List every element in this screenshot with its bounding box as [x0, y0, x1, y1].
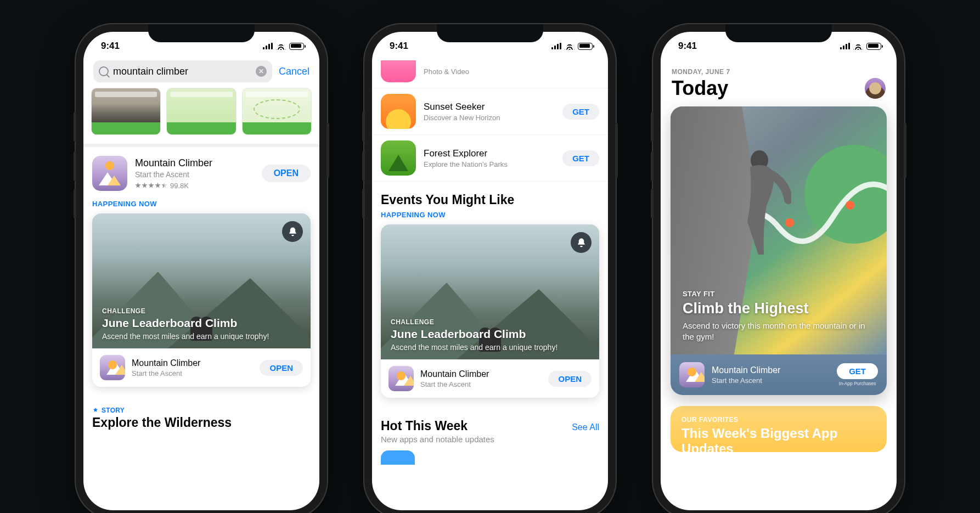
climber-illustration: [720, 145, 791, 266]
app-rating: 99.8K: [135, 182, 212, 190]
app-tagline: Explore the Nation's Parks: [424, 160, 508, 168]
app-name: Forest Explorer: [424, 148, 508, 159]
wifi-icon: [853, 43, 863, 50]
app-icon[interactable]: [381, 450, 415, 465]
notch: [148, 24, 255, 42]
status-time: 9:41: [678, 41, 697, 52]
notch: [725, 24, 832, 42]
app-icon: [381, 140, 416, 176]
card-title: Climb the Highest: [683, 300, 875, 317]
event-title: June Leaderboard Climb: [102, 317, 301, 330]
story-section[interactable]: STORY Explore the Wilderness: [83, 397, 319, 433]
app-icon: [100, 355, 125, 380]
bell-icon: [576, 238, 587, 248]
app-category: Photo & Video: [424, 67, 469, 76]
search-field[interactable]: ✕: [93, 60, 272, 82]
get-button[interactable]: GET: [562, 150, 599, 166]
event-desc: Ascend the most miles and earn a unique …: [391, 343, 589, 352]
card-eyebrow: OUR FAVORITES: [682, 416, 876, 424]
status-time: 9:41: [101, 41, 120, 52]
screenshot-carousel[interactable]: [83, 88, 319, 144]
app-icon: [388, 366, 414, 391]
app-row[interactable]: Sunset Seeker Discover a New Horizon GET: [372, 88, 608, 135]
favorites-card[interactable]: OUR FAVORITES This Week's Biggest App Up…: [671, 406, 887, 452]
app-row[interactable]: Photo & Video: [372, 60, 608, 88]
cellular-icon: [840, 43, 850, 49]
event-title: June Leaderboard Climb: [391, 328, 589, 341]
card-eyebrow: STAY FIT: [683, 290, 875, 298]
app-icon: [92, 156, 127, 191]
notify-button[interactable]: [282, 221, 303, 242]
app-icon: [381, 60, 416, 82]
bell-icon: [288, 227, 298, 237]
today-card[interactable]: HAPPENING NOW STAY FIT Climb the Highest…: [671, 106, 887, 395]
happening-now-label: HAPPENING NOW: [83, 200, 319, 213]
event-card[interactable]: CHALLENGE June Leaderboard Climb Ascend …: [381, 224, 599, 398]
search-icon: [99, 66, 109, 76]
section-title: Hot This Week: [381, 419, 494, 433]
app-name: Mountain Climber: [132, 358, 200, 368]
screenshot-thumb[interactable]: [166, 88, 236, 135]
phone-today: 9:41 MONDAY, JUNE 7 Today HAPPENING NOW: [653, 24, 904, 513]
notch: [437, 24, 543, 42]
page-title: Today: [672, 77, 728, 100]
clear-icon[interactable]: ✕: [256, 66, 267, 77]
app-tagline: Start the Ascent: [132, 369, 200, 377]
notify-button[interactable]: [571, 232, 592, 253]
wifi-icon: [565, 43, 575, 50]
app-tagline: Start the Ascent: [135, 170, 212, 179]
profile-button[interactable]: [865, 78, 886, 99]
get-button[interactable]: GET: [837, 363, 878, 379]
story-icon: [92, 407, 99, 414]
battery-icon: [866, 43, 881, 50]
event-desc: Ascend the most miles and earn a unique …: [102, 332, 301, 341]
phone-browse: 9:41 Photo & Video Sunset Seeker Discove…: [364, 24, 616, 513]
iap-label: In-App Purchases: [839, 381, 876, 386]
ratings-count: 99.8K: [170, 182, 189, 190]
app-tagline: Start the Ascent: [420, 380, 489, 388]
event-eyebrow: CHALLENGE: [102, 307, 301, 315]
app-name: Mountain Climber: [712, 365, 780, 375]
event-eyebrow: CHALLENGE: [391, 318, 589, 326]
app-tagline: Start the Ascent: [712, 376, 780, 385]
screenshot-thumb[interactable]: [91, 88, 161, 135]
search-input[interactable]: [113, 66, 251, 77]
card-desc: Ascend to victory this month on the moun…: [683, 320, 875, 343]
section-subtitle: New apps and notable updates: [381, 435, 494, 444]
happening-now-label: HAPPENING NOW: [372, 211, 608, 224]
battery-icon: [578, 43, 593, 50]
phone-search: 9:41 ✕ Cancel Mountain Climber: [76, 24, 327, 513]
story-eyebrow: STORY: [102, 407, 125, 414]
battery-icon: [289, 43, 304, 50]
app-name: Sunset Seeker: [424, 102, 500, 112]
story-title: Explore the Wilderness: [92, 415, 311, 430]
cancel-button[interactable]: Cancel: [279, 66, 309, 77]
screenshot-thumb[interactable]: [242, 88, 312, 135]
get-button[interactable]: GET: [562, 104, 599, 120]
open-button[interactable]: OPEN: [548, 371, 592, 387]
cellular-icon: [551, 43, 561, 49]
card-title: This Week's Biggest App Updates: [682, 426, 876, 456]
open-button[interactable]: OPEN: [260, 360, 303, 376]
app-icon: [679, 362, 705, 387]
section-title: Events You Might Like: [381, 193, 599, 207]
app-result-row[interactable]: Mountain Climber Start the Ascent 99.8K …: [83, 147, 319, 200]
status-time: 9:41: [390, 41, 408, 52]
today-date: MONDAY, JUNE 7: [672, 68, 886, 76]
open-button[interactable]: OPEN: [262, 165, 311, 182]
wifi-icon: [276, 43, 286, 50]
cellular-icon: [263, 43, 273, 49]
see-all-link[interactable]: See All: [572, 422, 599, 432]
app-tagline: Discover a New Horizon: [424, 114, 500, 122]
app-name: Mountain Climber: [135, 157, 212, 169]
event-card[interactable]: CHALLENGE June Leaderboard Climb Ascend …: [92, 213, 311, 387]
app-name: Mountain Climber: [420, 369, 489, 379]
app-row[interactable]: Forest Explorer Explore the Nation's Par…: [372, 135, 608, 182]
svg-point-1: [846, 201, 854, 210]
app-icon: [381, 94, 416, 129]
